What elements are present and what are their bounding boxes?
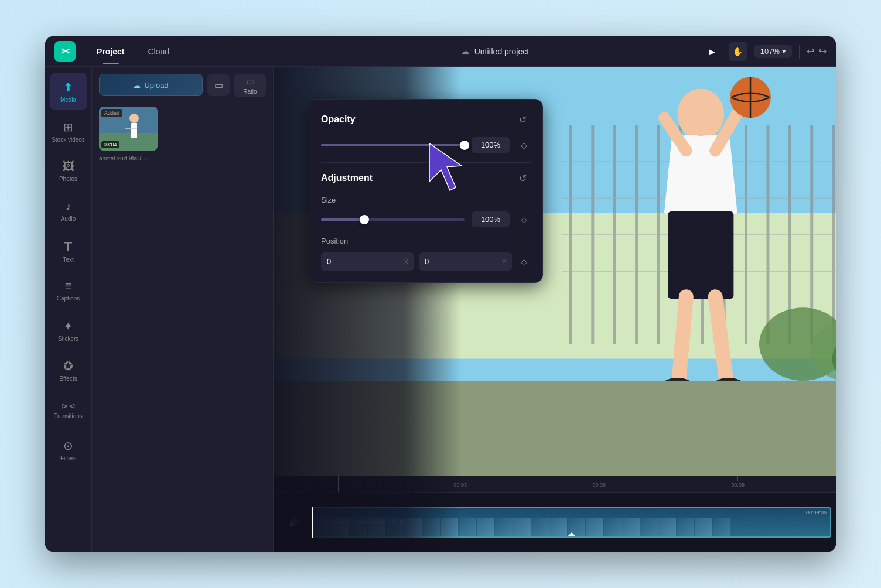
timeline-tracks: 🔊 ahmet-kurt-9faUuqfxzvg-unsplash.jpg 00… <box>274 493 836 552</box>
ruler-mark-2: 00:09 <box>732 476 745 488</box>
stock-videos-icon: ⊞ <box>63 120 73 134</box>
svg-rect-3 <box>131 123 137 138</box>
media-name-0: ahmet-kurt-9faUu... <box>99 155 158 162</box>
left-sidebar: ⬆ Media ⊞ Stock videos 🖼 Photos ♪ Audio … <box>45 67 92 552</box>
sidebar-item-media[interactable]: ⬆ Media <box>50 73 87 110</box>
ratio-icon: ▭ <box>246 76 255 87</box>
position-keyframe-button[interactable]: ◇ <box>517 255 531 269</box>
captions-icon: ≡ <box>65 279 72 293</box>
size-slider-row: 100% ◇ <box>321 211 531 227</box>
clip-duration: 00:09:06 <box>806 510 827 515</box>
project-title-area: ☁ Untitled project <box>460 46 529 57</box>
sidebar-label-stickers: Stickers <box>58 336 79 342</box>
clip-thumb-6 <box>422 518 440 536</box>
undo-redo-group: ↩ ↪ <box>807 46 827 57</box>
x-axis-label: X <box>404 258 408 265</box>
clip-thumb-18 <box>640 518 658 536</box>
playhead[interactable] <box>338 476 339 492</box>
sidebar-label-media: Media <box>60 97 76 103</box>
logo-icon: ✂ <box>61 45 70 58</box>
opacity-slider-track[interactable] <box>321 144 465 146</box>
tab-cloud[interactable]: Cloud <box>136 43 181 60</box>
main-content: ⬆ Media ⊞ Stock videos 🖼 Photos ♪ Audio … <box>45 67 836 552</box>
sidebar-item-stickers[interactable]: ✦ Stickers <box>50 312 87 349</box>
duration-badge-0: 03:04 <box>101 141 119 148</box>
opacity-slider-thumb[interactable] <box>460 141 469 150</box>
opacity-reset-button[interactable]: ↺ <box>514 111 531 128</box>
sidebar-item-stock-videos[interactable]: ⊞ Stock videos <box>50 112 87 150</box>
tablet-icon: ▭ <box>214 80 223 91</box>
video-track-area[interactable]: ahmet-kurt-9faUuqfxzvg-unsplash.jpg 00:0… <box>312 507 831 538</box>
sidebar-item-text[interactable]: T Text <box>50 232 87 269</box>
sidebar-label-photos: Photos <box>59 176 77 182</box>
top-bar: ✂ Project Cloud ☁ Untitled project ▶ ✋ 1… <box>45 36 836 67</box>
sidebar-item-effects[interactable]: ✪ Effects <box>50 351 87 389</box>
clip-thumb-13 <box>549 518 567 536</box>
position-y-input[interactable]: 0 Y <box>419 252 512 271</box>
section-divider <box>321 162 531 163</box>
opacity-title: Opacity <box>321 114 356 125</box>
added-badge-0: Added <box>101 109 122 117</box>
clip-thumb-0 <box>313 518 331 536</box>
opacity-keyframe-button[interactable]: ◇ <box>517 138 531 152</box>
position-x-input[interactable]: 0 X <box>321 252 414 271</box>
sidebar-item-audio[interactable]: ♪ Audio <box>50 192 87 230</box>
sidebar-label-transitions: Transitions <box>54 413 83 419</box>
svg-rect-28 <box>668 211 733 299</box>
opacity-panel: Opacity ↺ 100% ◇ Adjustment ↺ <box>309 99 543 283</box>
size-slider-fill <box>321 218 364 221</box>
text-icon: T <box>64 239 72 254</box>
sidebar-label-effects: Effects <box>59 375 77 382</box>
top-tabs: Project Cloud <box>85 43 181 60</box>
filters-icon: ⊙ <box>63 439 73 453</box>
clip-thumb-7 <box>440 518 458 536</box>
zoom-dropdown-icon: ▾ <box>782 47 786 56</box>
transitions-icon: ⊳⊲ <box>62 401 76 411</box>
volume-icon[interactable]: 🔊 <box>288 518 298 527</box>
photos-icon: 🖼 <box>63 160 74 173</box>
audio-icon: ♪ <box>66 200 71 213</box>
hand-tool-button[interactable]: ✋ <box>729 42 747 61</box>
tablet-button[interactable]: ▭ <box>207 74 230 96</box>
clip-thumb-16 <box>604 518 622 536</box>
upload-icon: ☁ <box>133 81 141 90</box>
sidebar-item-photos[interactable]: 🖼 Photos <box>50 152 87 190</box>
video-clip[interactable]: ahmet-kurt-9faUuqfxzvg-unsplash.jpg 00:0… <box>312 507 831 538</box>
sidebar-item-transitions[interactable]: ⊳⊲ Transitions <box>50 391 87 429</box>
ratio-label: Ratio <box>243 88 257 95</box>
size-keyframe-button[interactable]: ◇ <box>517 213 531 227</box>
opacity-slider-row: 100% ◇ <box>321 137 531 153</box>
size-slider-thumb[interactable] <box>360 215 369 224</box>
media-thumbnail-0[interactable]: Added 03:04 <box>99 107 158 151</box>
tab-project[interactable]: Project <box>85 43 136 60</box>
timeline-ruler: 00:03 00:06 00:09 <box>274 476 836 493</box>
svg-point-25 <box>677 88 724 139</box>
upload-button[interactable]: ☁ Upload <box>99 74 203 96</box>
position-label: Position <box>321 237 531 245</box>
clip-thumb-3 <box>368 518 385 536</box>
adjustment-reset-button[interactable]: ↺ <box>514 170 531 186</box>
ratio-button[interactable]: ▭ Ratio <box>234 74 266 97</box>
zoom-control[interactable]: 107% ▾ <box>754 45 792 58</box>
sidebar-item-captions[interactable]: ≡ Captions <box>50 272 87 309</box>
svg-rect-35 <box>274 381 836 476</box>
position-x-value: 0 <box>327 257 331 266</box>
media-icon: ⬆ <box>63 80 73 94</box>
sidebar-label-text: Text <box>63 257 73 263</box>
sidebar-label-filters: Filters <box>60 455 76 461</box>
sidebar-item-filters[interactable]: ⊙ Filters <box>50 431 87 469</box>
media-panel-header: ☁ Upload ▭ ▭ Ratio <box>92 67 273 102</box>
media-item-0[interactable]: Added 03:04 ahmet-kurt-9faUu... <box>99 107 266 162</box>
clip-thumb-12 <box>531 518 549 536</box>
undo-button[interactable]: ↩ <box>807 46 814 57</box>
logo-button[interactable]: ✂ <box>54 41 76 62</box>
ruler-label-1: 00:06 <box>593 482 606 488</box>
redo-button[interactable]: ↪ <box>819 46 827 57</box>
size-slider-track[interactable] <box>321 218 465 221</box>
clip-thumb-11 <box>513 518 531 536</box>
sidebar-label-captions: Captions <box>57 295 80 302</box>
play-button[interactable]: ▶ <box>703 42 722 61</box>
sidebar-label-audio: Audio <box>61 216 76 222</box>
clip-thumb-9 <box>477 518 494 536</box>
opacity-slider-fill <box>321 144 465 146</box>
